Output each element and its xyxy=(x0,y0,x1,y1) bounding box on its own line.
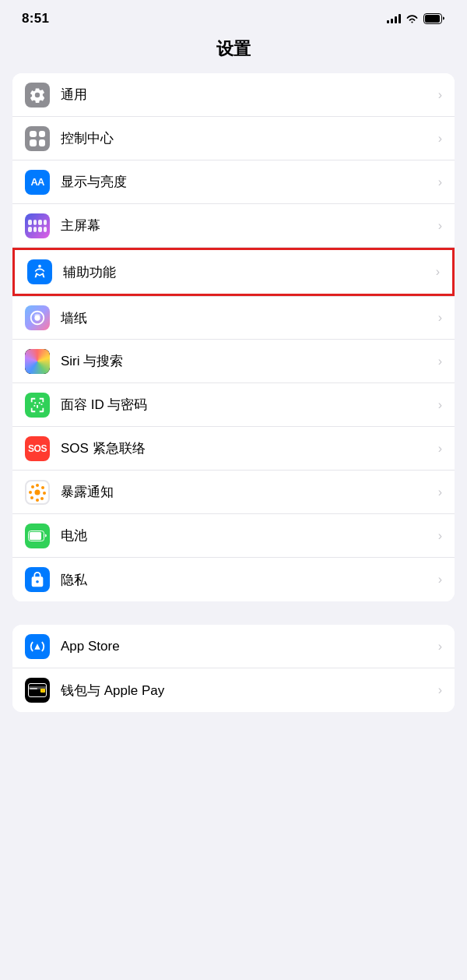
exposure-label: 暴露通知 xyxy=(61,483,432,501)
appstore-label: App Store xyxy=(61,639,432,654)
wallet-label: 钱包与 Apple Pay xyxy=(61,682,432,700)
general-chevron: › xyxy=(438,88,442,102)
sos-chevron: › xyxy=(438,442,442,456)
page-title-bar: 设置 xyxy=(0,33,467,73)
wallpaper-icon xyxy=(25,305,50,330)
exposure-chevron: › xyxy=(438,485,442,499)
row-general[interactable]: 通用 › xyxy=(12,73,455,117)
control-center-label: 控制中心 xyxy=(61,129,432,147)
row-faceid[interactable]: 面容 ID 与密码 › xyxy=(12,383,455,427)
svg-point-11 xyxy=(31,485,34,488)
appstore-icon xyxy=(25,634,50,659)
rows-before-highlight: 通用 › 控制中心 › AA 显示与亮度 › xyxy=(12,73,455,248)
row-wallet[interactable]: 钱包与 Apple Pay › xyxy=(12,668,455,712)
svg-rect-17 xyxy=(30,688,37,689)
display-icon: AA xyxy=(25,170,50,195)
section-2: App Store › 钱包与 Apple Pay › xyxy=(12,625,455,712)
home-screen-icon xyxy=(25,213,50,238)
page-title: 设置 xyxy=(216,39,251,58)
faceid-icon xyxy=(25,393,50,418)
svg-point-7 xyxy=(40,497,44,500)
accessibility-icon xyxy=(27,259,52,284)
row-display[interactable]: AA 显示与亮度 › xyxy=(12,160,455,204)
svg-rect-1 xyxy=(425,15,440,23)
sos-icon: SOS xyxy=(25,436,50,461)
row-appstore[interactable]: App Store › xyxy=(12,625,455,668)
svg-point-12 xyxy=(35,489,40,495)
wifi-icon xyxy=(406,14,419,24)
wallpaper-chevron: › xyxy=(438,311,442,325)
control-center-chevron: › xyxy=(438,132,442,146)
svg-point-3 xyxy=(34,315,40,320)
privacy-icon xyxy=(25,567,50,592)
faceid-label: 面容 ID 与密码 xyxy=(61,396,432,414)
privacy-label: 隐私 xyxy=(61,571,432,589)
rows-after-highlight: 墙纸 › Siri 与搜索 › 面容 ID 与密码 › SOS xyxy=(12,296,455,601)
svg-point-2 xyxy=(38,265,41,268)
general-icon xyxy=(25,83,50,108)
status-icons xyxy=(387,13,445,24)
row-control-center[interactable]: 控制中心 › xyxy=(12,117,455,160)
svg-point-10 xyxy=(29,491,32,494)
wallet-chevron: › xyxy=(438,683,442,697)
accessibility-chevron: › xyxy=(436,265,440,279)
svg-point-8 xyxy=(36,499,39,502)
svg-point-5 xyxy=(41,486,44,489)
row-wallpaper[interactable]: 墙纸 › xyxy=(12,296,455,340)
svg-point-6 xyxy=(43,492,46,495)
row-sos[interactable]: SOS SOS 紧急联络 › xyxy=(12,427,455,471)
display-label: 显示与亮度 xyxy=(61,173,432,191)
appstore-chevron: › xyxy=(438,640,442,654)
signal-icon xyxy=(387,14,401,23)
siri-icon xyxy=(25,349,50,374)
row-privacy[interactable]: 隐私 › xyxy=(12,558,455,601)
sos-label: SOS 紧急联络 xyxy=(61,439,432,457)
exposure-icon xyxy=(25,480,50,505)
battery-label: 电池 xyxy=(61,527,432,545)
siri-label: Siri 与搜索 xyxy=(61,352,432,370)
section-1: 通用 › 控制中心 › AA 显示与亮度 › xyxy=(12,73,455,601)
home-screen-chevron: › xyxy=(438,219,442,233)
faceid-chevron: › xyxy=(438,398,442,412)
status-time: 8:51 xyxy=(22,11,49,26)
status-bar: 8:51 xyxy=(0,0,467,33)
control-center-icon xyxy=(25,126,50,151)
svg-point-9 xyxy=(30,496,33,499)
home-screen-label: 主屏幕 xyxy=(61,217,432,234)
row-battery[interactable]: 电池 › xyxy=(12,514,455,558)
battery-status-icon xyxy=(423,13,445,24)
row-accessibility-wrapper[interactable]: 辅助功能 › xyxy=(12,248,455,296)
general-label: 通用 xyxy=(61,86,432,104)
privacy-chevron: › xyxy=(438,573,442,587)
row-exposure[interactable]: 暴露通知 › xyxy=(12,471,455,514)
row-home-screen[interactable]: 主屏幕 › xyxy=(12,204,455,248)
battery-icon xyxy=(25,523,50,548)
display-chevron: › xyxy=(438,175,442,189)
svg-point-4 xyxy=(36,484,39,487)
svg-rect-14 xyxy=(30,532,41,540)
row-siri[interactable]: Siri 与搜索 › xyxy=(12,340,455,383)
row-accessibility[interactable]: 辅助功能 › xyxy=(15,250,452,294)
wallpaper-label: 墙纸 xyxy=(61,309,432,327)
siri-chevron: › xyxy=(438,354,442,368)
svg-point-19 xyxy=(42,689,44,692)
wallet-icon xyxy=(25,678,50,703)
battery-chevron: › xyxy=(438,529,442,543)
accessibility-label: 辅助功能 xyxy=(63,263,430,281)
